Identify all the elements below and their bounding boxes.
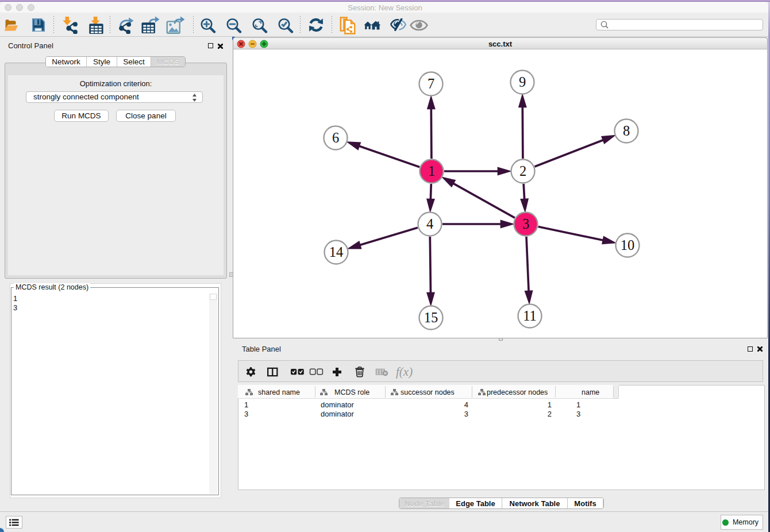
svg-text:8: 8	[623, 123, 630, 138]
svg-text:9: 9	[519, 74, 526, 90]
svg-text:2: 2	[519, 163, 526, 179]
svg-text:14: 14	[329, 244, 344, 260]
svg-text:7: 7	[428, 76, 434, 91]
svg-text:6: 6	[332, 130, 339, 145]
svg-text:11: 11	[523, 308, 537, 323]
svg-text:3: 3	[522, 216, 529, 232]
svg-text:4: 4	[426, 216, 433, 232]
svg-text:15: 15	[424, 310, 438, 325]
svg-text:1: 1	[428, 163, 435, 179]
svg-text:f(x): f(x)	[396, 366, 413, 379]
svg-text:10: 10	[621, 237, 635, 253]
